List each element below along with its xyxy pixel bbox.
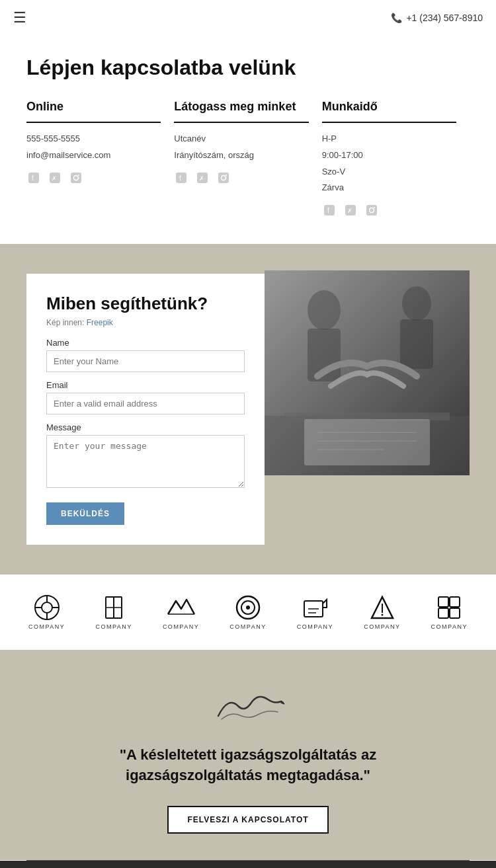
- phone-icon: 📞: [391, 13, 402, 23]
- svg-rect-54: [450, 608, 460, 618]
- submit-button[interactable]: BEKÜLDÉS: [46, 502, 124, 525]
- twitter-icon[interactable]: ✗: [48, 171, 62, 185]
- col-online-phone: 555-555-5555: [26, 132, 161, 146]
- col-hours-social: f ✗: [322, 203, 456, 217]
- logo-icon-6: [366, 594, 399, 621]
- svg-point-13: [226, 175, 227, 176]
- contact-col-online: Online 555-555-5555 info@mailservice.com…: [26, 100, 174, 217]
- instagram-icon-2[interactable]: [216, 171, 231, 185]
- name-input[interactable]: [46, 350, 245, 372]
- svg-rect-28: [304, 419, 430, 465]
- top-bar: ☰ 📞 +1 (234) 567-8910: [0, 0, 496, 36]
- logo-icon-3: [165, 594, 198, 621]
- svg-rect-51: [438, 597, 448, 607]
- logo-5[interactable]: COMPANY: [297, 594, 333, 630]
- logo-3[interactable]: COMPANY: [163, 594, 199, 630]
- page-title: Lépjen kapcsolatba velünk: [26, 56, 470, 80]
- contact-col-hours: Munkaidő H-P 9:00-17:00 Szo-V Zárva f ✗: [322, 100, 470, 217]
- logo-icon-5: [298, 594, 331, 621]
- phone-area: 📞 +1 (234) 567-8910: [391, 13, 483, 23]
- message-group: Message: [46, 422, 245, 491]
- message-input[interactable]: [46, 435, 245, 488]
- svg-rect-18: [366, 205, 377, 216]
- logo-label-2: COMPANY: [95, 623, 132, 630]
- logo-icon-4: [231, 594, 265, 621]
- form-title: Miben segíthetünk?: [46, 294, 245, 314]
- col-online-email: info@mailservice.com: [26, 149, 161, 163]
- svg-point-20: [374, 207, 375, 208]
- col-online-divider: [26, 122, 161, 123]
- logo-icon-2: [97, 594, 130, 621]
- contact-col-visit: Látogass meg minket Utcanév Irányítószám…: [174, 100, 321, 217]
- logo-label-6: COMPANY: [364, 623, 400, 630]
- contact-columns: Online 555-555-5555 info@mailservice.com…: [26, 100, 470, 217]
- svg-point-44: [246, 606, 250, 610]
- svg-text:f: f: [179, 175, 181, 182]
- instagram-icon[interactable]: [69, 171, 83, 185]
- col-online-social: f ✗: [26, 171, 161, 185]
- quote-section: "A késleltetett igazságszolgáltatás az i…: [0, 650, 496, 860]
- logo-7[interactable]: COMPANY: [431, 594, 468, 630]
- freepik-link[interactable]: Freepik: [87, 318, 113, 327]
- form-image-section: Miben segíthetünk? Kép innen: Freepik Na…: [0, 244, 496, 574]
- col-visit-address2: Irányítószám, ország: [174, 149, 308, 163]
- logo-2[interactable]: COMPANY: [95, 594, 132, 630]
- col-hours-3: Szo-V: [322, 165, 456, 179]
- col-visit-address1: Utcanév: [174, 132, 308, 146]
- logo-label-7: COMPANY: [431, 623, 468, 630]
- contact-section: Lépjen kapcsolatba velünk Online 555-555…: [0, 36, 496, 244]
- svg-point-22: [308, 290, 341, 330]
- handshake-image: [265, 270, 470, 475]
- name-label: Name: [46, 338, 245, 348]
- svg-point-33: [42, 602, 52, 613]
- svg-text:f: f: [32, 175, 34, 182]
- cta-button[interactable]: FELVESZI A KAPCSOLATOT: [167, 806, 328, 834]
- svg-text:f: f: [327, 207, 329, 214]
- form-source: Kép innen: Freepik: [46, 318, 245, 327]
- twitter-icon-2[interactable]: ✗: [195, 171, 210, 185]
- twitter-icon-3[interactable]: ✗: [343, 203, 358, 217]
- instagram-icon-3[interactable]: [364, 203, 379, 217]
- logo-1[interactable]: COMPANY: [28, 594, 65, 630]
- svg-rect-53: [438, 608, 448, 618]
- svg-rect-25: [400, 319, 433, 369]
- logo-label-3: COMPANY: [163, 623, 199, 630]
- facebook-icon-3[interactable]: f: [322, 203, 337, 217]
- name-group: Name: [46, 338, 245, 372]
- logo-label-5: COMPANY: [297, 623, 333, 630]
- col-visit-social: f ✗: [174, 171, 308, 185]
- svg-rect-14: [324, 205, 335, 216]
- quote-text: "A késleltetett igazságszolgáltatás az i…: [53, 745, 443, 786]
- email-input[interactable]: [46, 393, 245, 414]
- svg-point-50: [381, 614, 383, 616]
- svg-text:✗: ✗: [347, 208, 352, 214]
- email-group: Email: [46, 380, 245, 414]
- form-container: Miben segíthetünk? Kép innen: Freepik Na…: [26, 274, 265, 545]
- col-hours-1: H-P: [322, 132, 456, 146]
- facebook-icon[interactable]: f: [26, 171, 41, 185]
- col-hours-2: 9:00-17:00: [322, 149, 456, 163]
- message-label: Message: [46, 422, 245, 432]
- svg-rect-11: [218, 173, 229, 183]
- logo-4[interactable]: COMPANY: [229, 594, 266, 630]
- svg-rect-0: [28, 173, 39, 183]
- facebook-icon-2[interactable]: f: [174, 171, 188, 185]
- col-hours-heading: Munkaidő: [322, 100, 456, 114]
- logo-label-4: COMPANY: [229, 623, 266, 630]
- logo-label-1: COMPANY: [28, 623, 65, 630]
- email-label: Email: [46, 380, 245, 390]
- col-online-heading: Online: [26, 100, 161, 114]
- phone-number: +1 (234) 567-8910: [406, 13, 483, 23]
- svg-point-6: [78, 175, 79, 176]
- logo-icon-7: [433, 594, 466, 621]
- logo-icon-1: [30, 594, 63, 621]
- col-hours-divider: [322, 122, 456, 123]
- logo-6[interactable]: COMPANY: [364, 594, 400, 630]
- hamburger-icon[interactable]: ☰: [13, 9, 26, 26]
- svg-point-24: [402, 286, 431, 321]
- svg-text:✗: ✗: [199, 175, 204, 182]
- svg-text:✗: ✗: [52, 175, 57, 182]
- svg-rect-7: [176, 173, 186, 183]
- footer: Sample text. Click to select the Text El…: [0, 861, 496, 868]
- col-hours-4: Zárva: [322, 181, 456, 195]
